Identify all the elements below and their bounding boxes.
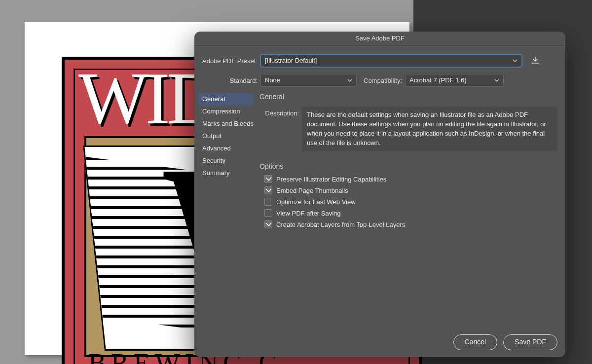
download-preset-button[interactable] bbox=[529, 55, 542, 66]
panel-heading: General bbox=[259, 93, 557, 101]
checkbox[interactable] bbox=[264, 186, 272, 194]
compat-dropdown[interactable]: Acrobat 7 (PDF 1.6) bbox=[405, 74, 504, 87]
options-group: Preserve Illustrator Editing Capabilitie… bbox=[259, 175, 557, 228]
option-label: Embed Page Thumbnails bbox=[276, 187, 348, 194]
description-textarea[interactable]: These are the default settings when savi… bbox=[302, 107, 557, 151]
checkbox[interactable] bbox=[264, 198, 272, 206]
chevron-down-icon bbox=[346, 77, 353, 84]
preset-label: Adobe PDF Preset: bbox=[194, 57, 258, 65]
cancel-button[interactable]: Cancel bbox=[453, 334, 498, 350]
sidebar-item-compression[interactable]: Compression bbox=[198, 105, 254, 117]
standard-label: Standard: bbox=[194, 77, 258, 84]
dialog-body: Adobe PDF Preset: [Illustrator Default] … bbox=[194, 45, 565, 357]
option-row: Create Acrobat Layers from Top-Level Lay… bbox=[264, 220, 557, 228]
checkbox[interactable] bbox=[264, 175, 272, 183]
option-row: Preserve Illustrator Editing Capabilitie… bbox=[264, 175, 557, 183]
option-label: View PDF after Saving bbox=[276, 210, 341, 217]
category-sidebar: GeneralCompressionMarks and BleedsOutput… bbox=[198, 93, 254, 179]
compat-label: Compatibility: bbox=[364, 77, 402, 84]
sidebar-item-output[interactable]: Output bbox=[198, 130, 254, 142]
compat-value: Acrobat 7 (PDF 1.6) bbox=[409, 76, 467, 84]
chevron-down-icon bbox=[512, 57, 518, 64]
standard-value: None bbox=[265, 76, 280, 84]
option-label: Create Acrobat Layers from Top-Level Lay… bbox=[276, 221, 405, 228]
description-label: Description: bbox=[259, 107, 299, 117]
dialog-title: Save Adobe PDF bbox=[194, 32, 565, 46]
option-row: Optimize for Fast Web View bbox=[264, 198, 557, 206]
options-heading: Options bbox=[259, 162, 557, 170]
checkbox[interactable] bbox=[264, 220, 272, 228]
option-row: Embed Page Thumbnails bbox=[264, 186, 557, 194]
checkbox[interactable] bbox=[264, 209, 272, 217]
dialog-footer: Cancel Save PDF bbox=[453, 334, 557, 350]
sidebar-item-marks-and-bleeds[interactable]: Marks and Bleeds bbox=[198, 117, 254, 130]
save-pdf-dialog: Save Adobe PDF Adobe PDF Preset: [Illust… bbox=[194, 32, 565, 357]
option-label: Preserve Illustrator Editing Capabilitie… bbox=[276, 176, 386, 183]
sidebar-item-general[interactable]: General bbox=[198, 93, 254, 105]
sidebar-item-security[interactable]: Security bbox=[198, 154, 254, 167]
standard-dropdown[interactable]: None bbox=[260, 74, 357, 87]
option-label: Optimize for Fast Web View bbox=[276, 198, 356, 206]
description-row: Description: These are the default setti… bbox=[259, 107, 557, 151]
preset-row: Adobe PDF Preset: [Illustrator Default] bbox=[194, 54, 565, 67]
preset-value: [Illustrator Default] bbox=[265, 57, 317, 64]
general-panel: General Description: These are the defau… bbox=[259, 93, 557, 232]
sidebar-item-advanced[interactable]: Advanced bbox=[198, 142, 254, 154]
sidebar-item-summary[interactable]: Summary bbox=[198, 167, 254, 179]
chevron-down-icon bbox=[493, 77, 500, 84]
save-pdf-button[interactable]: Save PDF bbox=[503, 334, 557, 350]
preset-dropdown[interactable]: [Illustrator Default] bbox=[260, 54, 522, 67]
app-canvas: WID W BREWING C Save Adobe PDF Adobe PDF… bbox=[0, 0, 592, 364]
option-row: View PDF after Saving bbox=[264, 209, 557, 217]
standard-compat-row: Standard: None Compatibility: Acrobat 7 … bbox=[194, 74, 565, 87]
